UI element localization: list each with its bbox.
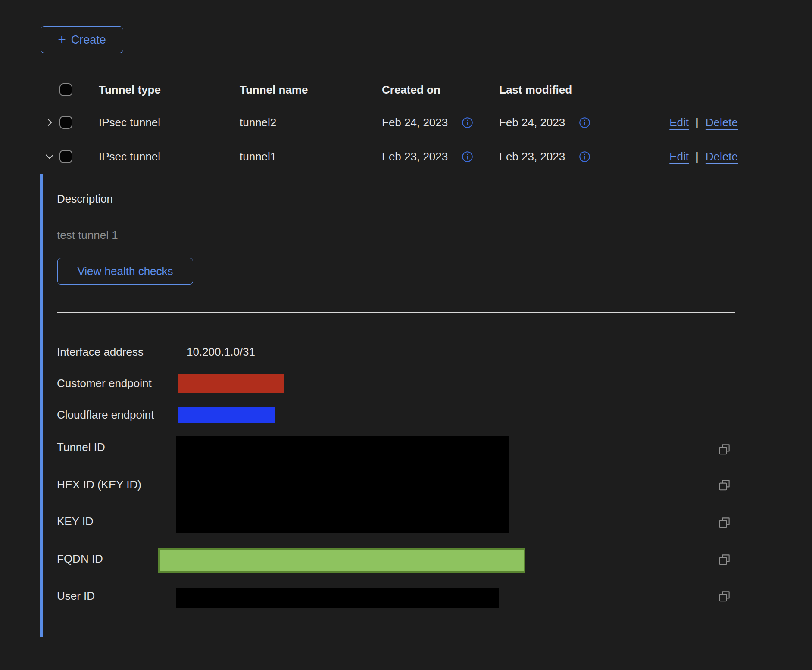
tunnels-page: + Create Tunnel type Tunnel name Created…: [0, 0, 812, 670]
last-modified-value: Feb 23, 2023: [499, 150, 565, 163]
view-health-checks-button[interactable]: View health checks: [57, 258, 193, 285]
table-row: IPsec tunnel tunnel1 Feb 23, 2023 Feb 23…: [40, 139, 750, 174]
header-tunnel-type: Tunnel type: [84, 83, 225, 97]
tunnel-name-value: tunnel2: [225, 116, 367, 129]
detail-row-cloudflare-endpoint: Cloudflare endpoint: [57, 404, 729, 426]
tunnel-type-value: IPsec tunnel: [84, 150, 225, 163]
copy-icon[interactable]: [718, 443, 731, 456]
info-icon[interactable]: [579, 117, 590, 128]
tunnel-name-value: tunnel1: [225, 150, 367, 163]
chevron-right-icon[interactable]: [40, 117, 59, 128]
tunnel-id-label: Tunnel ID: [57, 441, 176, 454]
copy-icon[interactable]: [718, 553, 731, 566]
edit-link[interactable]: Edit: [669, 150, 689, 163]
section-divider: [57, 312, 735, 313]
row-checkbox[interactable]: [59, 116, 72, 129]
actions-separator: |: [696, 116, 699, 129]
last-modified-value: Feb 24, 2023: [499, 116, 565, 129]
chevron-down-icon[interactable]: [40, 151, 59, 162]
delete-link[interactable]: Delete: [706, 150, 738, 163]
detail-row-customer-endpoint: Customer endpoint: [57, 372, 729, 394]
header-last-modified: Last modified: [484, 83, 613, 97]
key-id-label: KEY ID: [57, 515, 176, 528]
info-icon[interactable]: [462, 117, 473, 128]
actions-separator: |: [696, 150, 699, 163]
tunnel-type-value: IPsec tunnel: [84, 116, 225, 129]
table-row: IPsec tunnel tunnel2 Feb 24, 2023 Feb 24…: [40, 106, 750, 139]
delete-link[interactable]: Delete: [706, 116, 738, 129]
expanded-row-accent-bar: [40, 174, 43, 637]
info-icon[interactable]: [462, 151, 473, 163]
created-on-value: Feb 24, 2023: [382, 116, 448, 129]
table-header-row: Tunnel type Tunnel name Created on Last …: [40, 73, 750, 106]
user-id-label: User ID: [57, 589, 176, 603]
description-value: test tunnel 1: [57, 224, 118, 246]
cloudflare-endpoint-label: Cloudflare endpoint: [57, 408, 176, 422]
header-tunnel-name: Tunnel name: [225, 83, 367, 97]
header-created-on: Created on: [367, 83, 484, 97]
plus-icon: +: [58, 32, 66, 46]
table-bottom-divider: [40, 637, 750, 637]
info-icon[interactable]: [579, 151, 590, 163]
tunnel-hex-key-id-redacted-values: [176, 436, 509, 533]
hex-id-label: HEX ID (KEY ID): [57, 478, 176, 492]
customer-endpoint-label: Customer endpoint: [57, 377, 176, 390]
created-on-value: Feb 23, 2023: [382, 150, 448, 163]
copy-icon[interactable]: [718, 590, 731, 603]
copy-icon[interactable]: [718, 516, 731, 529]
edit-link[interactable]: Edit: [669, 116, 689, 129]
create-button[interactable]: + Create: [41, 26, 123, 53]
cloudflare-endpoint-redacted-value: [178, 407, 275, 423]
create-button-label: Create: [71, 33, 106, 47]
copy-icon[interactable]: [718, 479, 731, 492]
row-checkbox[interactable]: [59, 150, 72, 163]
interface-address-value: 10.200.1.0/31: [187, 345, 255, 359]
customer-endpoint-redacted-value: [178, 374, 284, 393]
select-all-checkbox[interactable]: [59, 83, 72, 96]
fqdn-id-redacted-value: [158, 548, 525, 573]
interface-address-label: Interface address: [57, 345, 176, 359]
user-id-redacted-value: [176, 588, 499, 608]
detail-row-interface-address: Interface address 10.200.1.0/31: [57, 341, 729, 363]
description-label: Description: [57, 188, 113, 210]
